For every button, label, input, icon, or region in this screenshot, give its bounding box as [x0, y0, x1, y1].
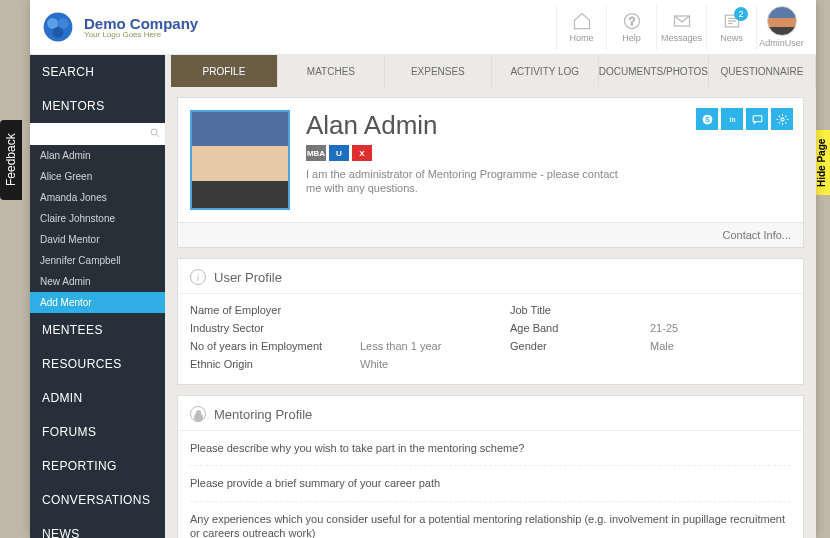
settings-button[interactable] — [771, 108, 793, 130]
sidebar-forums[interactable]: FORUMS — [30, 415, 165, 449]
nav-help-label: Help — [622, 33, 641, 43]
user-avatar — [767, 6, 797, 36]
tab-matches[interactable]: MATCHES — [278, 55, 385, 87]
svg-point-2 — [58, 18, 69, 29]
svg-line-12 — [157, 135, 160, 138]
gear-icon — [776, 113, 789, 126]
sidebar-mentors[interactable]: MENTORS — [30, 89, 165, 123]
mentoring-profile-card: Mentoring Profile Please describe why yo… — [177, 395, 804, 538]
svg-text:in: in — [729, 116, 735, 123]
nav-user[interactable]: AdminUser — [756, 5, 806, 50]
nav-help[interactable]: ? Help — [606, 5, 656, 50]
contact-info-toggle[interactable]: Contact Info... — [178, 222, 803, 247]
tabs: PROFILEMATCHESEXPENSESACTIVITY LOGDOCUME… — [165, 55, 816, 87]
sidebar-mentor-item[interactable]: Jennifer Campbell — [30, 250, 165, 271]
person-icon — [190, 406, 206, 422]
mentor-filter-input[interactable] — [30, 123, 165, 145]
profile-description: I am the administrator of Mentoring Prog… — [306, 167, 636, 196]
sidebar-resources[interactable]: RESOURCES — [30, 347, 165, 381]
svg-point-1 — [47, 18, 58, 29]
skype-button[interactable]: S — [696, 108, 718, 130]
chat-icon — [751, 113, 764, 126]
nav-messages-label: Messages — [661, 33, 702, 43]
years-label: No of years in Employment — [190, 340, 340, 352]
employer-label: Name of Employer — [190, 304, 340, 316]
news-badge: 2 — [734, 7, 748, 21]
sidebar-reporting[interactable]: REPORTING — [30, 449, 165, 483]
sidebar-admin[interactable]: ADMIN — [30, 381, 165, 415]
feedback-tab[interactable]: Feedback — [0, 120, 22, 200]
jobtitle-value — [650, 304, 770, 316]
ageband-value: 21-25 — [650, 322, 770, 334]
tab-profile[interactable]: PROFILE — [171, 55, 278, 87]
ethnic-label: Ethnic Origin — [190, 358, 340, 370]
mentoring-profile-title: Mentoring Profile — [214, 407, 312, 422]
home-icon — [572, 11, 592, 31]
user-profile-card: iUser Profile Name of Employer Job Title… — [177, 258, 804, 385]
employer-value — [360, 304, 490, 316]
search-icon — [149, 127, 161, 139]
industry-label: Industry Sector — [190, 322, 340, 334]
ageband-label: Age Band — [510, 322, 630, 334]
badge-u: U — [329, 145, 349, 161]
sidebar-mentor-item[interactable]: Claire Johnstone — [30, 208, 165, 229]
gender-label: Gender — [510, 340, 630, 352]
linkedin-button[interactable]: in — [721, 108, 743, 130]
sidebar-mentees[interactable]: MENTEES — [30, 313, 165, 347]
years-value: Less than 1 year — [360, 340, 490, 352]
tab-expenses[interactable]: EXPENSES — [385, 55, 492, 87]
ethnic-value: White — [360, 358, 490, 370]
svg-point-3 — [53, 27, 64, 38]
svg-text:S: S — [704, 115, 709, 124]
header: Demo Company Your Logo Goes Here Home ? … — [30, 0, 816, 55]
svg-point-11 — [151, 129, 157, 135]
main-panel: PROFILEMATCHESEXPENSESACTIVITY LOGDOCUME… — [165, 55, 816, 538]
company-tagline: Your Logo Goes Here — [84, 31, 198, 39]
chat-button[interactable] — [746, 108, 768, 130]
info-icon: i — [190, 269, 206, 285]
sidebar-search[interactable]: SEARCH — [30, 55, 165, 89]
sidebar-mentor-item[interactable]: Alice Green — [30, 166, 165, 187]
gender-value: Male — [650, 340, 770, 352]
jobtitle-label: Job Title — [510, 304, 630, 316]
nav-messages[interactable]: Messages — [656, 5, 706, 50]
sidebar-mentor-item[interactable]: Amanda Jones — [30, 187, 165, 208]
tab-activity-log[interactable]: ACTIVITY LOG — [492, 55, 599, 87]
sidebar-mentor-item[interactable]: David Mentor — [30, 229, 165, 250]
profile-name: Alan Admin — [306, 110, 636, 141]
help-icon: ? — [622, 11, 642, 31]
sidebar-news[interactable]: NEWS — [30, 517, 165, 538]
nav-user-label: AdminUser — [759, 38, 804, 48]
mentoring-q1: Please describe why you wish to take par… — [190, 431, 791, 466]
badge-x: X — [352, 145, 372, 161]
nav-news[interactable]: 2 News — [706, 5, 756, 50]
logo[interactable]: Demo Company Your Logo Goes Here — [40, 9, 198, 45]
industry-value — [360, 322, 490, 334]
mail-icon — [672, 11, 692, 31]
mentor-filter — [30, 123, 165, 145]
tab-questionnaire[interactable]: QUESTIONNAIRE — [709, 55, 816, 87]
user-profile-title: User Profile — [214, 270, 282, 285]
nav-home-label: Home — [569, 33, 593, 43]
mentoring-q2: Please provide a brief summary of your c… — [190, 466, 791, 501]
svg-rect-16 — [753, 115, 762, 121]
sidebar-mentor-item[interactable]: Alan Admin — [30, 145, 165, 166]
profile-card: Alan Admin MBA U X I am the administrato… — [177, 97, 804, 248]
profile-photo[interactable] — [190, 110, 290, 210]
nav-home[interactable]: Home — [556, 5, 606, 50]
sidebar-add-mentor[interactable]: Add Mentor — [30, 292, 165, 313]
nav-news-label: News — [720, 33, 743, 43]
mentoring-q3: Any experiences which you consider usefu… — [190, 502, 791, 538]
linkedin-icon: in — [726, 113, 739, 126]
app-window: Demo Company Your Logo Goes Here Home ? … — [30, 0, 816, 538]
sidebar: SEARCH MENTORS Alan AdminAlice GreenAman… — [30, 55, 165, 538]
sidebar-mentor-item[interactable]: New Admin — [30, 271, 165, 292]
svg-text:?: ? — [628, 15, 634, 27]
tab-documents-photos[interactable]: DOCUMENTS/PHOTOS — [599, 55, 709, 87]
company-name: Demo Company — [84, 16, 198, 31]
logo-icon — [40, 9, 76, 45]
skype-icon: S — [701, 113, 714, 126]
svg-point-17 — [780, 117, 783, 120]
sidebar-conversations[interactable]: CONVERSATIONS — [30, 483, 165, 517]
badge-mba: MBA — [306, 145, 326, 161]
